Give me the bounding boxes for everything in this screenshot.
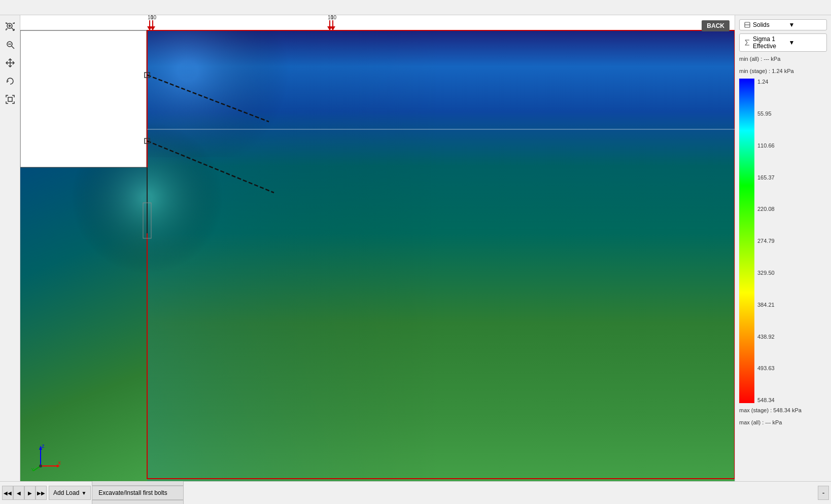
fem-canvas bbox=[20, 15, 735, 481]
nav-controls: ◀◀ ◀ ▶ ▶▶ bbox=[0, 486, 49, 500]
add-load-label: Add Load bbox=[53, 489, 79, 496]
svg-line-13 bbox=[12, 46, 14, 49]
axis-indicator: Z X Y bbox=[30, 441, 61, 471]
min-all-row: min (all) : --- kPa bbox=[739, 55, 827, 64]
solids-icon bbox=[744, 21, 751, 28]
sigma-dropdown-button[interactable]: Sigma 1 Effective ▼ bbox=[739, 33, 827, 52]
bottom-tabs: ◀◀ ◀ ▶ ▶▶ Add Load ▼ InitialInstall Shee… bbox=[0, 481, 831, 504]
color-bar bbox=[739, 79, 754, 403]
add-load-button[interactable]: Add Load ▼ bbox=[49, 486, 91, 500]
main-area: BACK Z X Y Solids ▼ bbox=[0, 15, 831, 481]
max-stage-row: max (stage) : 548.34 kPa bbox=[739, 406, 827, 415]
svg-text:Y: Y bbox=[31, 467, 34, 471]
svg-rect-17 bbox=[8, 97, 12, 101]
rotate-button[interactable] bbox=[3, 74, 17, 88]
color-bar-label: 384.21 bbox=[757, 302, 775, 308]
color-bar-label: 220.08 bbox=[757, 206, 775, 212]
nav-last-button[interactable]: ▶▶ bbox=[36, 486, 47, 500]
svg-point-24 bbox=[39, 464, 42, 467]
color-bar-gradient bbox=[739, 79, 754, 403]
min-stage-row: min (stage) : 1.24 kPa bbox=[739, 67, 827, 76]
zoom-fit-button[interactable] bbox=[3, 19, 17, 33]
nav-prev-button[interactable]: ◀ bbox=[13, 486, 24, 500]
color-bar-label: 110.66 bbox=[757, 142, 775, 149]
svg-text:Z: Z bbox=[42, 444, 45, 449]
color-bar-label: 493.63 bbox=[757, 365, 775, 371]
color-bar-label: 55.95 bbox=[757, 111, 775, 117]
nav-first-button[interactable]: ◀◀ bbox=[2, 486, 13, 500]
left-toolbar bbox=[0, 15, 20, 481]
pan-button[interactable] bbox=[3, 56, 17, 70]
color-bar-label: 1.24 bbox=[757, 79, 775, 85]
color-bar-label: 548.34 bbox=[757, 397, 775, 403]
svg-text:X: X bbox=[58, 460, 61, 465]
color-bar-label: 329.50 bbox=[757, 270, 775, 276]
remove-stage-button[interactable]: - bbox=[818, 486, 829, 500]
solids-dropdown-label: Solids bbox=[753, 21, 787, 28]
sigma-chevron-icon: ▼ bbox=[789, 39, 823, 46]
color-bar-label: 165.37 bbox=[757, 174, 775, 181]
solids-chevron-icon: ▼ bbox=[789, 21, 823, 28]
back-button[interactable]: BACK bbox=[702, 20, 730, 31]
nav-next-button[interactable]: ▶ bbox=[24, 486, 36, 500]
add-load-chevron-icon: ▼ bbox=[81, 490, 86, 496]
zoom-extents-button[interactable] bbox=[3, 92, 17, 106]
zoom-in-button[interactable] bbox=[3, 38, 17, 52]
sigma-dropdown-label: Sigma 1 Effective bbox=[753, 35, 787, 50]
color-bar-label: 274.79 bbox=[757, 238, 775, 244]
solids-dropdown-button[interactable]: Solids ▼ bbox=[739, 19, 827, 30]
max-all-row: max (all) : --- kPa bbox=[739, 418, 827, 427]
stage-tab-excavate-first[interactable]: Excavate/Install first bolts bbox=[92, 486, 184, 500]
top-toolbar bbox=[0, 0, 831, 15]
color-bar-container: 1.2455.95110.66165.37220.08274.79329.503… bbox=[739, 79, 827, 403]
right-panel: Solids ▼ Sigma 1 Effective ▼ min (all) :… bbox=[735, 15, 831, 481]
stage-tab-excavate-second[interactable]: Excavate/Install second bolts bbox=[92, 500, 184, 504]
sigma-icon bbox=[744, 39, 751, 46]
color-bar-labels: 1.2455.95110.66165.37220.08274.79329.503… bbox=[757, 79, 775, 403]
color-bar-label: 438.92 bbox=[757, 334, 775, 340]
viewport: BACK Z X Y bbox=[20, 15, 735, 481]
